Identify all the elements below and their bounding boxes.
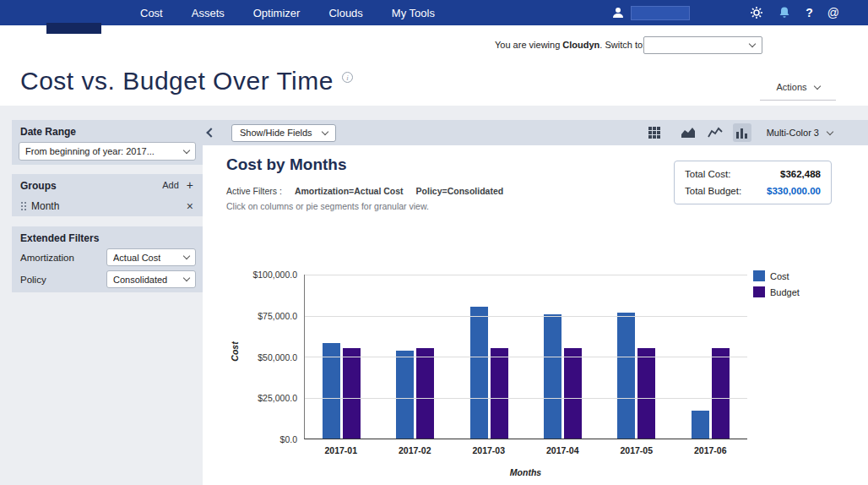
add-label: Add xyxy=(162,180,179,190)
add-group-button[interactable]: Add + xyxy=(162,179,203,191)
viewing-prefix: You are viewing xyxy=(495,40,560,50)
filter-policy: Policy=Consolidated xyxy=(416,186,504,196)
cost-bar[interactable] xyxy=(692,411,709,439)
total-cost-row: Total Cost: $362,488 xyxy=(685,169,821,179)
cost-bar[interactable] xyxy=(617,313,635,439)
chart-title: Cost by Months xyxy=(226,155,347,174)
filter-amortization: Amortization=Actual Cost xyxy=(295,186,404,196)
budget-bar[interactable] xyxy=(491,348,508,439)
user-area xyxy=(611,0,690,25)
bar-chart-icon[interactable] xyxy=(733,123,751,142)
amortization-select[interactable]: Actual Cost xyxy=(106,248,196,266)
chevron-down-icon xyxy=(183,275,190,281)
chevron-down-icon[interactable] xyxy=(827,128,833,134)
chevron-down-icon xyxy=(321,128,328,134)
actions-label: Actions xyxy=(776,82,806,92)
total-cost-label: Total Cost: xyxy=(685,169,730,179)
person-icon xyxy=(611,6,625,19)
y-tick-label: $25,000.0 xyxy=(258,393,297,403)
budget-bar[interactable] xyxy=(637,348,655,439)
y-tick-label: $50,000.0 xyxy=(258,352,297,362)
nav-icon-group: ? @ xyxy=(750,0,839,25)
legend-label: Budget xyxy=(770,287,800,297)
viewing-text: You are viewing Cloudyn. Switch to: xyxy=(495,40,645,50)
y-tick-label: $0.0 xyxy=(280,434,297,444)
group-item-label: Month xyxy=(31,200,59,212)
policy-select[interactable]: Consolidated xyxy=(106,270,196,288)
mentions-icon[interactable]: @ xyxy=(827,7,839,19)
group-item-month[interactable]: Month × xyxy=(12,196,203,212)
budget-bar[interactable] xyxy=(343,348,361,439)
x-axis-title: Months xyxy=(304,467,747,477)
legend-label: Cost xyxy=(770,271,789,281)
legend-swatch xyxy=(753,270,765,281)
brand-name: Cloudyn xyxy=(562,40,599,50)
bell-icon[interactable] xyxy=(778,6,791,19)
legend-item[interactable]: Cost xyxy=(753,270,800,281)
gear-icon[interactable] xyxy=(750,6,763,19)
info-icon[interactable]: i xyxy=(342,72,353,83)
collapse-sidebar-button[interactable] xyxy=(203,129,220,136)
x-tick-label: 2017-01 xyxy=(304,445,378,455)
actions-button[interactable]: Actions xyxy=(760,82,836,101)
viewing-suffix: . Switch to: xyxy=(599,40,645,50)
nav-item-assets[interactable]: Assets xyxy=(192,7,225,19)
x-tick-label: 2017-06 xyxy=(674,445,748,455)
budget-bar[interactable] xyxy=(564,348,582,439)
amortization-label: Amortization xyxy=(20,253,74,263)
chart-hint: Click on columns or pie segments for gra… xyxy=(226,201,429,211)
date-range-select[interactable]: From beginning of year: 2017... xyxy=(19,142,196,161)
page-title: Cost vs. Budget Over Time xyxy=(20,67,334,95)
grid-view-icon[interactable] xyxy=(645,123,664,142)
y-tick-label: $100,000.0 xyxy=(252,270,297,280)
show-hide-fields-button[interactable]: Show/Hide Fields xyxy=(231,124,336,142)
x-tick-label: 2017-05 xyxy=(599,445,674,455)
switch-to-select[interactable] xyxy=(643,36,762,54)
x-tick-label: 2017-04 xyxy=(526,445,600,455)
workspace: Date Range From beginning of year: 2017.… xyxy=(0,106,868,485)
budget-bar[interactable] xyxy=(416,348,434,439)
nav-item-clouds[interactable]: Clouds xyxy=(328,7,362,19)
active-filters: Active Filters : Amortization=Actual Cos… xyxy=(226,186,503,196)
main-menu: Cost Assets Optimizer Clouds My Tools xyxy=(140,0,435,25)
groups-label: Groups xyxy=(12,174,65,196)
policy-value: Consolidated xyxy=(113,275,167,285)
logo-chip xyxy=(46,23,101,34)
gridline xyxy=(305,357,747,357)
budget-bar[interactable] xyxy=(712,348,730,439)
nav-item-cost[interactable]: Cost xyxy=(140,7,163,19)
help-icon[interactable]: ? xyxy=(806,7,813,19)
legend-item[interactable]: Budget xyxy=(753,286,800,297)
date-range-value: From beginning of year: 2017... xyxy=(25,146,155,156)
gridline xyxy=(305,275,747,275)
chevron-left-icon xyxy=(206,128,215,137)
extended-filters-panel: Extended Filters Amortization Actual Cos… xyxy=(12,226,203,292)
chevron-down-icon xyxy=(749,41,756,47)
cost-bar[interactable] xyxy=(544,314,561,439)
line-chart-icon[interactable] xyxy=(706,123,724,142)
area-chart-icon[interactable] xyxy=(679,123,697,142)
total-cost-value: $362,488 xyxy=(780,169,821,179)
x-axis-labels: 2017-012017-022017-032017-042017-052017-… xyxy=(304,445,747,455)
show-hide-fields-label: Show/Hide Fields xyxy=(240,128,312,138)
chart-type-switcher: Multi-Color 3 xyxy=(645,123,868,142)
cost-bar[interactable] xyxy=(396,351,414,439)
nav-item-optimizer[interactable]: Optimizer xyxy=(253,7,301,19)
plus-icon: + xyxy=(187,179,193,191)
total-budget-label: Total Budget: xyxy=(685,186,741,196)
y-tick-label: $75,000.0 xyxy=(258,311,297,321)
date-range-label: Date Range xyxy=(12,120,203,142)
x-tick-label: 2017-02 xyxy=(378,445,453,455)
groups-panel: Groups Add + Month × xyxy=(12,174,203,216)
user-field[interactable] xyxy=(631,6,690,20)
remove-group-icon[interactable]: × xyxy=(187,200,193,212)
context-bar: You are viewing Cloudyn. Switch to: xyxy=(0,25,868,63)
legend-swatch xyxy=(753,286,765,297)
drag-handle-icon[interactable] xyxy=(21,202,23,204)
cost-bar[interactable] xyxy=(470,307,488,439)
date-range-panel: Date Range From beginning of year: 2017.… xyxy=(12,120,203,165)
chevron-down-icon xyxy=(183,253,190,259)
nav-item-my-tools[interactable]: My Tools xyxy=(392,7,435,19)
gridline xyxy=(305,398,747,399)
gridline xyxy=(305,316,747,317)
